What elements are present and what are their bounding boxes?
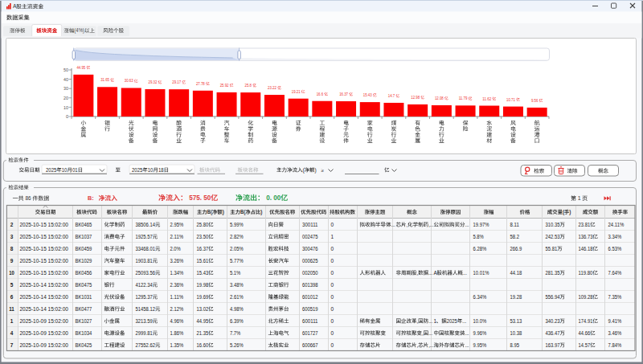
svg-text:9.95%: 9.95% (473, 342, 487, 348)
svg-text:002475: 002475 (302, 234, 318, 239)
svg-text:575. 50: 575. 50 (189, 194, 211, 202)
svg-text:1903.81: 1903.81 (136, 258, 153, 264)
svg-text:12.08: 12.08 (435, 96, 444, 100)
svg-text:146.18: 146.18 (579, 246, 593, 252)
svg-text:): ) (569, 209, 571, 215)
svg-text:0: 0 (66, 114, 68, 119)
svg-text:0: 0 (331, 342, 334, 348)
svg-text:9.96%: 9.96% (473, 330, 487, 336)
svg-text:55.81: 55.81 (546, 246, 558, 252)
svg-text:8.11: 8.11 (510, 222, 520, 227)
svg-text:1925.57: 1925.57 (136, 234, 153, 239)
svg-text:7.84%: 7.84% (608, 342, 622, 348)
svg-text:3.34%: 3.34% (608, 234, 622, 239)
svg-text:3.26%: 3.26% (170, 258, 184, 264)
svg-text:9: 9 (10, 258, 14, 264)
svg-text:2025-10-15 15:02:00: 2025-10-15 15:02:00 (20, 258, 69, 264)
svg-text:163.97: 163.97 (546, 342, 560, 348)
svg-text:0: 0 (331, 222, 334, 227)
svg-text:300111: 300111 (302, 222, 318, 227)
svg-text:2025-10-09 15:02:00: 2025-10-09 15:02:00 (20, 342, 69, 348)
svg-text:25.92: 25.92 (220, 84, 229, 88)
svg-text:16.6: 16.6 (317, 92, 324, 96)
svg-text:18: 18 (158, 167, 164, 173)
svg-text:BK1027: BK1027 (76, 318, 92, 324)
svg-text:44.66: 44.66 (579, 330, 591, 336)
svg-text:601727: 601727 (302, 330, 318, 336)
svg-text:2025-10-14 15:02:00: 2025-10-14 15:02:00 (20, 282, 69, 288)
svg-text:7.7%: 7.7% (230, 330, 241, 336)
svg-text:B(: B( (240, 209, 246, 215)
svg-text:44.95: 44.95 (197, 318, 209, 324)
svg-text:(4%): (4%) (74, 27, 84, 34)
svg-text:6.39%: 6.39% (230, 318, 244, 324)
svg-text:5.99%: 5.99% (230, 222, 244, 227)
svg-text:1.11%: 1.11% (170, 294, 184, 300)
svg-text:2: 2 (10, 222, 14, 227)
svg-text:601012: 601012 (302, 294, 318, 300)
svg-text:002050: 002050 (302, 270, 318, 276)
svg-text:BK1034: BK1034 (76, 330, 92, 336)
svg-text:2.05%: 2.05% (230, 246, 244, 252)
svg-text:0: 0 (331, 258, 334, 264)
svg-text:0: 0 (331, 246, 334, 252)
svg-text:...: ... (428, 270, 432, 276)
svg-text:0. 00: 0. 00 (266, 194, 281, 202)
svg-text:38506.14: 38506.14 (136, 222, 156, 227)
svg-text:4: 4 (10, 330, 14, 336)
svg-text:109.28: 109.28 (579, 294, 593, 300)
svg-text:10.38: 10.38 (510, 330, 522, 336)
svg-text:...: ... (465, 342, 469, 348)
svg-text:29.32: 29.32 (149, 80, 158, 84)
svg-text:174.91: 174.91 (579, 318, 593, 324)
svg-text:86: 86 (25, 195, 31, 201)
svg-text:2.61%: 2.61% (230, 294, 244, 300)
svg-text:14.57: 14.57 (579, 342, 591, 348)
svg-text:50: 50 (63, 67, 68, 72)
svg-text:11.62: 11.62 (482, 97, 491, 101)
svg-text:2.12%: 2.12% (170, 306, 184, 312)
svg-text:19.97%: 19.97% (473, 222, 489, 227)
svg-text:000625: 000625 (302, 258, 318, 264)
svg-text:B(: B( (207, 209, 213, 215)
svg-text:10: 10 (63, 105, 68, 110)
svg-text:BK0475: BK0475 (76, 282, 92, 288)
svg-text:3.46%: 3.46% (608, 330, 622, 336)
svg-text:BK0465: BK0465 (76, 222, 92, 227)
svg-text:13.02: 13.02 (197, 306, 209, 312)
svg-text:2.11%: 2.11% (170, 234, 184, 239)
svg-text:600667: 600667 (302, 342, 318, 348)
svg-text:7.64%: 7.64% (608, 270, 622, 276)
svg-text:9.41%: 9.41% (608, 318, 622, 324)
svg-text:19.98: 19.98 (197, 282, 209, 288)
svg-text:8: 8 (10, 246, 14, 252)
svg-text:2.95%: 2.95% (170, 222, 184, 227)
svg-text:23.22: 23.22 (268, 86, 276, 90)
svg-text:2.36%: 2.36% (170, 282, 184, 288)
svg-text:340.23: 340.23 (546, 318, 560, 324)
svg-text:33468.01: 33468.01 (136, 246, 156, 252)
svg-text:B:: B: (88, 194, 94, 202)
svg-text:600111: 600111 (302, 318, 318, 324)
svg-text:310.35: 310.35 (546, 222, 560, 227)
svg-text:20: 20 (63, 96, 68, 100)
svg-text:...: ... (465, 330, 469, 336)
svg-text:600519: 600519 (302, 306, 318, 312)
svg-text:53.13: 53.13 (510, 318, 522, 324)
svg-text:10.0%: 10.0% (473, 318, 487, 324)
svg-text:51458.12: 51458.12 (136, 306, 156, 312)
svg-text:A: A (13, 3, 17, 9)
svg-text:0: 0 (331, 330, 334, 336)
svg-text:2.0%: 2.0% (170, 246, 182, 252)
svg-text:,...: ,... (428, 342, 434, 348)
svg-text:6: 6 (10, 294, 14, 300)
svg-text:3: 3 (10, 234, 14, 239)
svg-text:2025-10-15 15:02:00: 2025-10-15 15:02:00 (20, 234, 69, 239)
svg-text:1: 1 (578, 195, 581, 201)
svg-text:436.47: 436.47 (546, 330, 560, 336)
svg-text:7.35%: 7.35% (608, 294, 622, 300)
svg-text:9.56: 9.56 (531, 99, 539, 103)
svg-text:3213.59: 3213.59 (136, 318, 153, 324)
svg-text:14.7: 14.7 (388, 94, 395, 98)
svg-text:2025: 2025 (132, 167, 143, 173)
